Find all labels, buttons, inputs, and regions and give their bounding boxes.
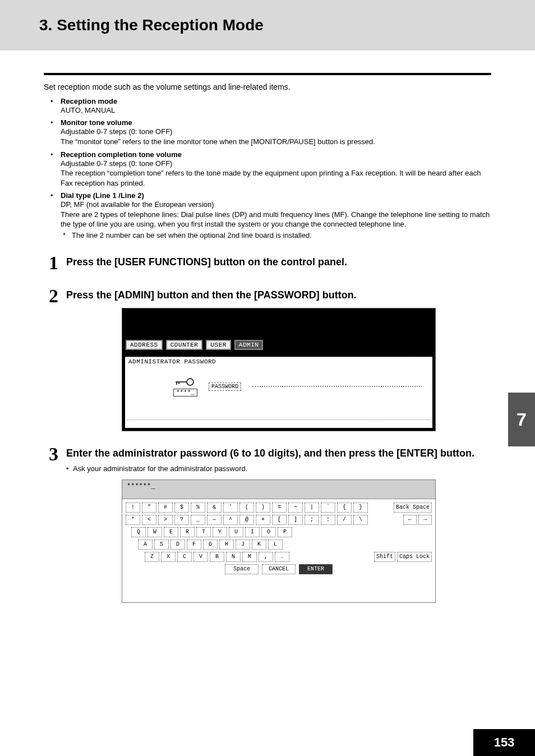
keyboard-body: ! " # $ % & ' ( ) = ~ | ` { } [122, 499, 435, 578]
key[interactable]: * [126, 515, 140, 525]
key[interactable]: & [207, 503, 222, 513]
tab-admin[interactable]: ADMIN [234, 340, 264, 350]
key[interactable]: ] [288, 515, 303, 525]
item-line: The reception “completion tone” refers t… [61, 169, 481, 187]
key[interactable]: , [259, 552, 273, 562]
arrow-left-key[interactable]: ← [403, 515, 417, 525]
key[interactable]: ! [126, 503, 140, 513]
step-number: 2 [44, 287, 58, 432]
key[interactable]: @ [239, 515, 254, 525]
panel-divider [127, 420, 430, 420]
key[interactable]: # [158, 503, 173, 513]
key[interactable]: R [180, 527, 195, 537]
key[interactable]: ( [239, 503, 254, 513]
key[interactable]: U [229, 527, 243, 537]
step-1: 1 Press the [USER FUNCTIONS] button on t… [44, 253, 491, 273]
key[interactable]: _ [191, 515, 205, 525]
svg-point-0 [187, 379, 193, 385]
key[interactable]: T [196, 527, 211, 537]
key[interactable]: \ [353, 515, 368, 525]
key[interactable]: $ [174, 503, 189, 513]
backspace-key[interactable]: Back Space [394, 503, 432, 513]
onscreen-keyboard: ******_ ! " # $ % & ' ( ) = ~ | [122, 480, 436, 603]
key[interactable]: I [245, 527, 260, 537]
tab-user[interactable]: USER [206, 340, 230, 350]
panel-title: ADMINISTRATOR PASSWORD [128, 358, 429, 365]
key[interactable]: — [207, 515, 222, 525]
key[interactable]: K [252, 540, 266, 550]
key[interactable]: Z [145, 552, 159, 562]
key[interactable]: Y [213, 527, 227, 537]
white-panel: ADMINISTRATOR PASSWORD ****_ PASSWORD [125, 357, 432, 428]
cancel-key[interactable]: CANCEL [262, 564, 296, 574]
page-title: 3. Setting the Reception Mode [39, 16, 264, 34]
star-note: The line 2 number can be set when the op… [61, 231, 491, 241]
key[interactable]: ^ [223, 515, 238, 525]
key[interactable]: F [187, 540, 201, 550]
key[interactable]: : [321, 515, 335, 525]
key[interactable]: O [261, 527, 276, 537]
key[interactable]: ) [256, 503, 270, 513]
key[interactable]: ; [305, 515, 319, 525]
key[interactable]: D [170, 540, 185, 550]
arrow-right-key[interactable]: → [418, 515, 432, 525]
key[interactable]: " [142, 503, 156, 513]
keyboard-row-5: Z X C V B N M , . Shift Caps Lock [126, 552, 432, 562]
key[interactable]: V [193, 552, 208, 562]
key[interactable]: M [242, 552, 257, 562]
item-line: DP, MF (not available for the European v… [61, 200, 214, 209]
keyboard-row-1: ! " # $ % & ' ( ) = ~ | ` { } [126, 503, 432, 513]
key[interactable]: Q [131, 527, 146, 537]
key[interactable]: ` [321, 503, 335, 513]
key[interactable]: J [236, 540, 250, 550]
item-label: Reception completion tone volume [61, 150, 182, 159]
key[interactable]: X [161, 552, 176, 562]
page-number: 153 [473, 729, 535, 756]
key[interactable]: L [268, 540, 283, 550]
step-number: 3 [44, 445, 58, 603]
space-key[interactable]: Space [225, 564, 259, 574]
key[interactable]: } [353, 503, 368, 513]
key[interactable]: A [138, 540, 153, 550]
list-item: Reception mode AUTO, MANUAL [61, 97, 491, 116]
key[interactable]: C [177, 552, 192, 562]
capslock-key[interactable]: Caps Lock [397, 552, 432, 562]
password-line [252, 386, 422, 387]
tab-address[interactable]: ADDRESS [126, 340, 163, 350]
key[interactable]: ~ [288, 503, 303, 513]
settings-list: Reception mode AUTO, MANUAL Monitor tone… [44, 97, 491, 240]
key[interactable]: ' [223, 503, 238, 513]
key[interactable]: G [203, 540, 218, 550]
key[interactable]: N [226, 552, 241, 562]
key[interactable]: { [337, 503, 352, 513]
key-icon [173, 376, 196, 388]
key[interactable]: H [219, 540, 234, 550]
key[interactable]: [ [272, 515, 287, 525]
tab-counter[interactable]: COUNTER [166, 340, 203, 350]
key[interactable]: S [154, 540, 169, 550]
key[interactable]: < [142, 515, 156, 525]
key[interactable]: % [191, 503, 205, 513]
key[interactable]: P [278, 527, 292, 537]
admin-password-screen: ADDRESS COUNTER USER ADMIN ADMINISTRATOR… [122, 308, 436, 431]
key[interactable]: = [272, 503, 287, 513]
chapter-tab: 7 [508, 393, 535, 446]
shift-key[interactable]: Shift [374, 552, 395, 562]
key[interactable]: > [158, 515, 173, 525]
header-band: 3. Setting the Reception Mode [0, 0, 535, 50]
key[interactable]: | [305, 503, 319, 513]
key[interactable]: . [275, 552, 289, 562]
key[interactable]: / [337, 515, 352, 525]
item-line: Adjustable 0-7 steps (0: tone OFF) [61, 127, 172, 136]
enter-key[interactable]: ENTER [299, 564, 333, 574]
step-title: Enter the administrator password (6 to 1… [66, 447, 491, 460]
item-line: Adjustable 0-7 steps (0: tone OFF) [61, 159, 172, 168]
key[interactable]: ? [174, 515, 189, 525]
key[interactable]: B [210, 552, 224, 562]
key[interactable]: W [147, 527, 162, 537]
password-button[interactable]: PASSWORD [209, 382, 241, 391]
keyboard-row-3: Q W E R T Y U I O P [126, 527, 432, 537]
key[interactable]: E [164, 527, 178, 537]
item-line: There are 2 types of telephone lines: Di… [61, 210, 490, 229]
key[interactable]: + [256, 515, 270, 525]
